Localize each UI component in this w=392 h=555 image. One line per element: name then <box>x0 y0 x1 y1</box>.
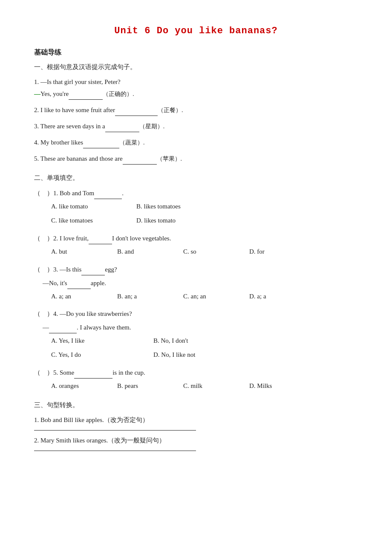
mc2-choices: A. but B. and C. so D. for <box>51 246 358 257</box>
q3-text: 3. There are seven days in a <box>34 123 105 130</box>
q2-hint: （正餐）. <box>158 107 183 113</box>
q5-text: 5. These are bananas and those are <box>34 155 123 162</box>
mc4-text2: . I always have them. <box>77 324 131 331</box>
question-1: 1. —Is that girl your sister, Peter? —Ye… <box>34 76 358 100</box>
t2-text: 2. Mary Smith likes oranges.（改为一般疑问句） <box>34 437 165 444</box>
mc1-choiceC: C. like tomatoes <box>51 215 136 226</box>
mc2-choiceD: D. for <box>249 246 292 257</box>
transform-q1: 1. Bob and Bill like apples.（改为否定句） <box>34 414 358 426</box>
mc4-choiceD: D. No, I like not <box>153 349 239 361</box>
section-heading: 基础导练 <box>34 48 358 57</box>
mc4-choices-row2: C. Yes, I do D. No, I like not <box>51 349 358 361</box>
mc5-stem: （ ）5. Some is in the cup. <box>34 367 358 379</box>
q3-blank[interactable] <box>105 120 139 132</box>
mc5-choiceA: A. oranges <box>51 380 117 392</box>
mc4-blank[interactable] <box>49 321 77 333</box>
mc1-choices-row2: C. like tomatoes D. likes tomato <box>51 215 358 226</box>
q1-hint: （正确的）. <box>103 91 134 97</box>
mc2-text1: （ ）2. I love fruit, <box>34 235 89 242</box>
q4-text: 4. My brother likes <box>34 139 83 146</box>
mc2-choiceA: A. but <box>51 246 117 257</box>
q2-text: 2. I like to have some fruit after <box>34 107 115 113</box>
mc3-text2: —No, it's <box>43 280 67 286</box>
mc-block-1: （ ）1. Bob and Tom . A. like tomato B. li… <box>34 187 358 226</box>
q3-hint: （星期）. <box>139 123 165 130</box>
t1-text: 1. Bob and Bill like apples.（改为否定句） <box>34 416 149 423</box>
mc1-choiceB: B. likes tomatoes <box>136 201 222 212</box>
question-4: 4. My brother likes （蔬菜）. <box>34 136 358 148</box>
q4-blank[interactable] <box>83 136 119 148</box>
q5-hint: （苹果）. <box>157 156 182 162</box>
mc4-choiceA: A. Yes, I like <box>51 335 153 347</box>
mc5-choiceD: D. Milks <box>249 380 292 392</box>
part3-section: 三、句型转换。 1. Bob and Bill like apples.（改为否… <box>34 401 358 451</box>
mc4-choiceB: B. No, I don't <box>153 335 239 347</box>
mc1-choices-row1: A. like tomato B. likes tomatoes <box>51 201 358 212</box>
mc-block-4: （ ）4. —Do you like strawberries? — . I a… <box>34 308 358 361</box>
mc3-choiceB: B. an; a <box>117 291 183 302</box>
mc5-blank[interactable] <box>74 367 112 379</box>
mc5-text2: is in the cup. <box>112 369 145 376</box>
mc3-blank1[interactable] <box>81 263 105 275</box>
q4-hint: （蔬菜）. <box>119 139 145 146</box>
mc1-stem: （ ）1. Bob and Tom . <box>34 187 358 199</box>
mc2-text2: I don't love vegetables. <box>112 235 171 242</box>
part1-instruction: 一、根据句意及汉语提示完成句子。 <box>34 63 358 71</box>
mc3-choiceC: C. an; an <box>183 291 249 302</box>
q1-dash: — <box>34 90 40 97</box>
mc3-stem1: （ ）3. —Is this egg? <box>34 263 358 275</box>
page-title: Unit 6 Do you like bananas? <box>34 26 358 36</box>
mc2-choiceB: B. and <box>117 246 183 257</box>
mc5-choices: A. oranges B. pears C. milk D. Milks <box>51 380 358 392</box>
part2-section: 二、单项填空。 （ ）1. Bob and Tom . A. like toma… <box>34 174 358 392</box>
mc4-stem2: — . I always have them. <box>43 321 358 333</box>
q1-text: 1. —Is that girl your sister, Peter? <box>34 78 121 85</box>
q5-blank[interactable] <box>123 153 157 165</box>
q2-blank[interactable] <box>115 104 158 116</box>
mc2-stem: （ ）2. I love fruit, I don't love vegetab… <box>34 232 358 244</box>
mc5-choiceC: C. milk <box>183 380 249 392</box>
transform-q2: 2. Mary Smith likes oranges.（改为一般疑问句） <box>34 435 358 446</box>
mc3-choiceA: A. a; an <box>51 291 117 302</box>
mc3-stem2: —No, it's apple. <box>43 277 358 289</box>
mc4-choiceC: C. Yes, I do <box>51 349 153 361</box>
question-3: 3. There are seven days in a （星期）. <box>34 120 358 132</box>
mc2-choiceC: C. so <box>183 246 249 257</box>
mc1-suffix: . <box>122 190 124 197</box>
mc1-paren: （ ）1. Bob and Tom <box>34 190 94 197</box>
part2-instruction: 二、单项填空。 <box>34 174 358 182</box>
mc2-blank[interactable] <box>89 232 112 244</box>
question-5: 5. These are bananas and those are （苹果）. <box>34 153 358 165</box>
mc4-text1: （ ）4. —Do you like strawberries? <box>34 310 132 317</box>
mc1-choiceA: A. like tomato <box>51 201 136 212</box>
mc5-choiceB: B. pears <box>117 380 183 392</box>
question-2: 2. I like to have some fruit after （正餐）. <box>34 104 358 116</box>
t2-answer-line <box>34 451 196 451</box>
mc-block-2: （ ）2. I love fruit, I don't love vegetab… <box>34 232 358 257</box>
mc1-blank[interactable] <box>94 187 122 199</box>
part1-section: 一、根据句意及汉语提示完成句子。 1. —Is that girl your s… <box>34 63 358 165</box>
t1-answer-line <box>34 430 196 431</box>
mc3-text1: （ ）3. —Is this <box>34 266 81 273</box>
mc3-choiceD: D. a; a <box>249 291 292 302</box>
mc4-dash: — <box>43 324 49 331</box>
mc4-choices-row1: A. Yes, I like B. No, I don't <box>51 335 358 347</box>
mc4-stem1: （ ）4. —Do you like strawberries? <box>34 308 358 320</box>
q1-blank[interactable] <box>69 88 103 100</box>
mc3-choices: A. a; an B. an; a C. an; an D. a; a <box>51 291 358 302</box>
part3-instruction: 三、句型转换。 <box>34 401 358 409</box>
q1-line2: Yes, you're <box>40 90 69 97</box>
mc3-blank2[interactable] <box>67 277 91 289</box>
mc5-text1: （ ）5. Some <box>34 369 74 376</box>
mc-block-3: （ ）3. —Is this egg? —No, it's apple. A. … <box>34 263 358 302</box>
mc-block-5: （ ）5. Some is in the cup. A. oranges B. … <box>34 367 358 392</box>
mc1-choiceD: D. likes tomato <box>136 215 222 226</box>
mc3-text1b: egg? <box>105 266 117 273</box>
mc3-text2b: apple. <box>91 280 106 286</box>
